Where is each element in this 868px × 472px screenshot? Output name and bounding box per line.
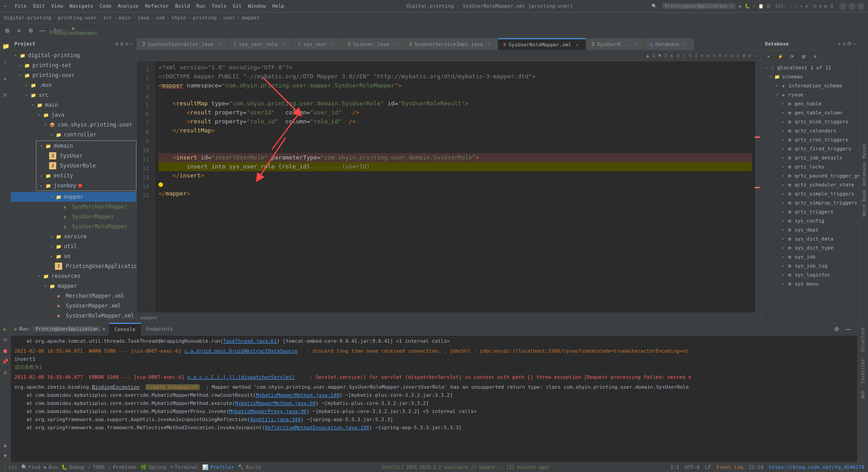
tree-sysusermapper[interactable]: ◉ SysUserMapper	[11, 212, 136, 222]
tree-printing-user[interactable]: ▾ 📁 printing-user	[11, 70, 136, 80]
line-col-status[interactable]: 1:1	[670, 464, 679, 470]
menu-git[interactable]: Git	[230, 2, 244, 10]
encoding-status[interactable]: UTF-8	[685, 464, 700, 470]
tree-printing-set[interactable]: ▸ 📁 printing-set	[11, 60, 136, 70]
minimize-button[interactable]: —	[839, 3, 846, 10]
db-icon-4[interactable]: —	[853, 41, 856, 47]
log-link-dispatcher[interactable]: o.a.c.c.C.[.{.}].[dispatcherServlet]	[187, 374, 294, 380]
menu-edit[interactable]: Edit	[30, 2, 48, 10]
tab-sysuserserviceimpl[interactable]: J SysUserServiceImpl.java ✕	[403, 38, 497, 50]
todo-status[interactable]: ✓ TODO	[88, 464, 104, 470]
breadcrumb-main[interactable]: main	[119, 15, 131, 21]
menu-view[interactable]: View	[49, 2, 66, 10]
event-log-status[interactable]: Event Log	[716, 464, 743, 470]
tab-close-controller[interactable]: ✕	[216, 41, 222, 48]
code-content[interactable]: <?xml version="1.0" encoding="UTF-8"?> <…	[155, 61, 755, 313]
project-icon-close[interactable]: —	[130, 41, 133, 47]
structure2-icon[interactable]: ≡	[0, 88, 12, 101]
run-status[interactable]: ▶ Run	[44, 464, 58, 470]
tab-sysuser-java[interactable]: J SysUser.java ✕	[342, 38, 404, 50]
db-sys-dict-data[interactable]: ▸⊞sys_dict_data	[761, 234, 860, 243]
log-link-taskthread[interactable]: TaskThread.java:61	[223, 338, 277, 344]
tab-close-sysuserr[interactable]: ✕	[633, 41, 639, 48]
tab-close-sysuser-java[interactable]: ✕	[391, 41, 398, 48]
run-app-tab[interactable]: PrintingUserApplication	[33, 326, 100, 332]
db-sys-config[interactable]: ▸⊞sys_config	[761, 216, 860, 225]
tree-res-mapper[interactable]: ▾ 📁 mapper	[11, 281, 136, 291]
db-btn-2[interactable]: ⚡	[775, 51, 786, 62]
btab-settings[interactable]: ⚙	[831, 324, 842, 335]
run-btn-up[interactable]: ▲	[1, 440, 10, 449]
db-qrtz-cron[interactable]: ▸⊞qrtz_cron_triggers	[761, 135, 860, 144]
tree-entity[interactable]: ▸ 📁 entity	[36, 171, 136, 181]
tab-sysuserrole[interactable]: T sys_user_role ✕	[228, 38, 293, 50]
db-qrtz-simple[interactable]: ▸⊞qrtz_simple_triggers	[761, 189, 860, 198]
db-btn-4[interactable]: ⊞	[798, 51, 809, 62]
menu-file[interactable]: File	[12, 2, 30, 10]
toolbar-btn-3[interactable]: ⚙	[25, 25, 36, 36]
find-status[interactable]: 🔍 Find	[21, 464, 41, 470]
tree-mvn[interactable]: ▸ 📁 .mvn	[11, 80, 136, 90]
word-book-label[interactable]: Word Book	[860, 188, 868, 218]
tree-printinguserapplication[interactable]: J PrintingUserApplication	[11, 261, 136, 271]
log-link-mybatis3[interactable]: MybatisMapperProxy.java:96	[229, 408, 307, 414]
db-sys-menu[interactable]: ▸⊞sys menu	[761, 279, 860, 288]
log-link-spring2[interactable]: ReflectiveMethodInvocation.java:198	[265, 425, 369, 431]
db-information-schema[interactable]: ▸ ◈ information_schema	[761, 81, 860, 90]
create-breakpoint-btn[interactable]: Create breakpoint	[145, 384, 200, 390]
line-sep-status[interactable]: LF	[705, 464, 711, 470]
tree-mapper[interactable]: ▾ 📁 mapper	[11, 192, 136, 202]
web-label[interactable]: Web	[859, 388, 866, 401]
breadcrumb-src[interactable]: src	[103, 15, 112, 21]
tree-root[interactable]: ▾ 📁 digital-printing	[11, 50, 136, 60]
menu-refactor[interactable]: Refactor	[142, 2, 172, 10]
btab-console[interactable]: Console	[109, 323, 140, 336]
db-btn-3[interactable]: ⟳	[787, 51, 797, 62]
tab-close-sysuserserviceimpl[interactable]: ✕	[486, 41, 492, 48]
db-qrtz-blob[interactable]: ▸⊞qrtz_blob_triggers	[761, 117, 860, 126]
breadcrumb-project[interactable]: printing-user	[58, 15, 97, 21]
db-btn-1[interactable]: +	[763, 51, 774, 62]
tab-sysuserr[interactable]: J SysUserR... ✕	[586, 38, 645, 50]
menu-tools[interactable]: Tools	[209, 2, 229, 10]
url-status[interactable]: https://blog.csdn.net/fq_4548170	[769, 464, 864, 470]
breadcrumb-com[interactable]: com	[156, 15, 165, 21]
tree-controller[interactable]: ▸ 📁 controller	[11, 130, 136, 140]
run-btn-down[interactable]: ▼	[1, 451, 10, 460]
maven-label[interactable]: Maven	[860, 142, 868, 160]
run-btn-settings[interactable]: ⚙	[1, 368, 10, 377]
db-qrtz-triggers[interactable]: ▸⊞qrtz_triggers	[761, 207, 860, 216]
tab-database[interactable]: ◫ Database ✕	[645, 38, 694, 50]
db-qrtz-sched[interactable]: ▸⊞qrtz_scheduler_state	[761, 180, 860, 189]
breadcrumb-user[interactable]: user	[223, 15, 235, 21]
tree-sysuser[interactable]: J SysUser	[36, 151, 136, 161]
run-btn-stop[interactable]: ■	[1, 346, 10, 355]
db-sys-loginfor[interactable]: ▸⊞sys_loginfor	[761, 270, 860, 279]
bookmarks-icon[interactable]: ★	[0, 72, 12, 85]
db-icon-1[interactable]: +	[838, 41, 841, 47]
db-btn-5[interactable]: ≡	[810, 51, 821, 62]
terminal-status[interactable]: ⌨ Terminal	[170, 464, 199, 470]
log-link-mybatis2[interactable]: MybatisMapperMethod.java:60	[235, 400, 316, 406]
tree-util[interactable]: ▸ 📁 util	[11, 241, 136, 251]
spring-status[interactable]: 🌿 Spring	[140, 464, 167, 470]
tree-vo[interactable]: ▸ 📁 vo	[11, 251, 136, 261]
menu-help[interactable]: Help	[270, 2, 287, 10]
db-qrtz-simprop[interactable]: ▸⊞qrtz_simprop_triggers	[761, 198, 860, 207]
menu-build[interactable]: Build	[172, 2, 193, 10]
tree-sysuserrolemapper-xml[interactable]: ◉ SysUserRoleMapper.xml	[11, 311, 136, 321]
git-status[interactable]: ⑂ Git	[4, 464, 18, 470]
build-status[interactable]: 🔨 Build	[238, 464, 261, 470]
tree-service[interactable]: ▸ 📁 service	[11, 231, 136, 241]
problems-status[interactable]: ⚠ Problems	[108, 464, 137, 470]
db-icon-2[interactable]: ⚙	[843, 41, 846, 47]
menu-window[interactable]: Window	[245, 2, 269, 10]
db-gen-table[interactable]: ▸⊞gen_table	[761, 99, 860, 108]
tree-sysmerchanmapper[interactable]: ◉ SysMerchantMapper	[11, 202, 136, 212]
tree-merchantmapper-xml[interactable]: ◉ MerchantMapper.xml	[11, 291, 136, 301]
close-button[interactable]: ✕	[857, 3, 864, 10]
menu-run[interactable]: Run	[194, 2, 208, 10]
profiler-status[interactable]: 📊 Profiler	[202, 464, 234, 470]
breadcrumb-java[interactable]: java	[137, 15, 149, 21]
db-sys-dict-type[interactable]: ▸⊞sys_dict_type	[761, 243, 860, 252]
